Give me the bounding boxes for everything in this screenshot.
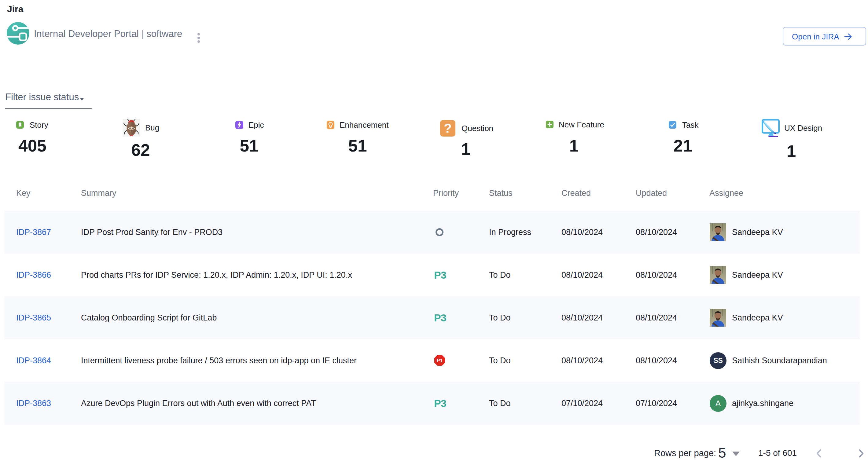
svg-text:</>: </> xyxy=(128,126,135,131)
svg-text:P1: P1 xyxy=(437,358,443,363)
